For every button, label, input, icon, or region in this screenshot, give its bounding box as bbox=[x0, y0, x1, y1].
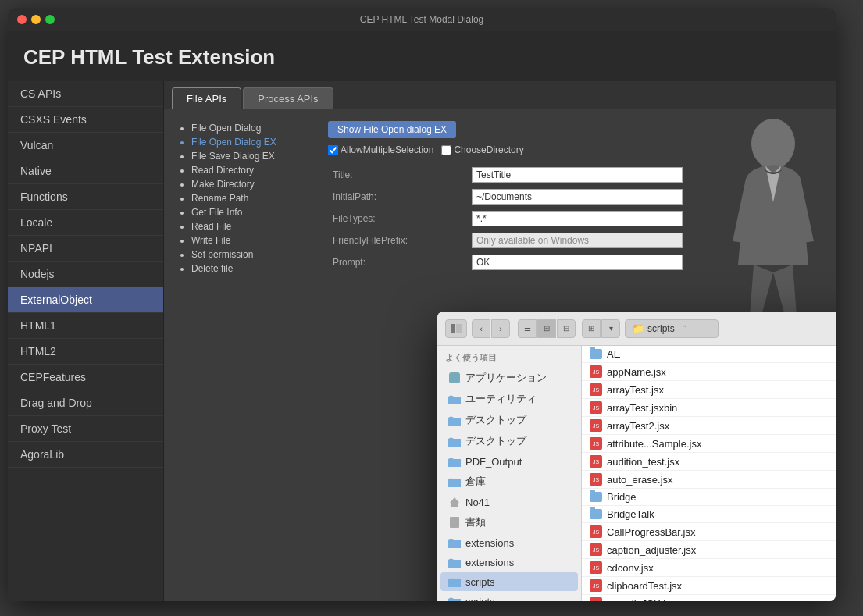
prompt-input[interactable] bbox=[472, 255, 683, 270]
sidebar-item-html2[interactable]: HTML2 bbox=[8, 339, 163, 365]
svg-marker-4 bbox=[450, 497, 459, 507]
sidebar-item-functions[interactable]: Functions bbox=[8, 184, 163, 210]
file-name: audition_test.jsx bbox=[607, 456, 679, 468]
path-selector[interactable]: 📁 scripts ⌃ bbox=[625, 319, 719, 338]
main-content: CS APIsCSXS EventsVulcanNativeFunctionsL… bbox=[8, 81, 836, 601]
file-api-item[interactable]: Rename Path bbox=[191, 191, 316, 205]
tab-process-apis[interactable]: Process APIs bbox=[243, 87, 333, 109]
jsx-icon: JS bbox=[590, 561, 602, 574]
dialog-sidebar-item[interactable]: extensions bbox=[440, 553, 578, 571]
choose-directory-checkbox[interactable] bbox=[441, 145, 451, 155]
file-entry[interactable]: JSaudition_test.jsx bbox=[582, 453, 836, 471]
sidebar-item-proxy-test[interactable]: Proxy Test bbox=[8, 416, 163, 442]
sidebar-item-html1[interactable]: HTML1 bbox=[8, 313, 163, 339]
sidebar-item-cs-apis[interactable]: CS APIs bbox=[8, 81, 163, 107]
file-api-item[interactable]: Read Directory bbox=[191, 163, 316, 177]
dialog-sidebar-item[interactable]: No41 bbox=[440, 493, 578, 511]
window-controls bbox=[17, 15, 55, 24]
file-entry[interactable]: JScaption_adjuster.jsx bbox=[582, 541, 836, 559]
dialog-sidebar-item[interactable]: ユーティリティ bbox=[440, 389, 578, 409]
show-dialog-button[interactable]: Show File Open dialog EX bbox=[328, 121, 456, 138]
jsx-icon: JS bbox=[590, 473, 602, 486]
dialog-sidebar-item[interactable]: scripts bbox=[440, 572, 578, 591]
sidebar-folder-icon bbox=[448, 595, 461, 601]
file-api-item[interactable]: File Open Dialog bbox=[191, 121, 316, 135]
dialog-sidebar-item[interactable]: 書類 bbox=[440, 512, 578, 532]
sidebar-item-agoralib[interactable]: AgoraLib bbox=[8, 442, 163, 468]
sidebar-item-label: extensions bbox=[465, 557, 514, 568]
file-api-item[interactable]: Make Directory bbox=[191, 177, 316, 191]
list-view-button[interactable]: ☰ bbox=[518, 319, 537, 338]
dialog-sidebar-item[interactable]: アプリケーション bbox=[440, 368, 578, 388]
sidebar-item-label: ユーティリティ bbox=[465, 392, 537, 406]
forward-button[interactable]: › bbox=[491, 319, 510, 338]
close-button[interactable] bbox=[17, 15, 27, 24]
file-entry[interactable]: JSclipboardTest.jsx bbox=[582, 577, 836, 595]
file-name: caption_adjuster.jsx bbox=[607, 544, 696, 556]
sidebar-folder-icon bbox=[448, 435, 461, 447]
sidebar-item-csxs-events[interactable]: CSXS Events bbox=[8, 107, 163, 133]
file-entry[interactable]: JSauto_erase.jsx bbox=[582, 471, 836, 489]
sidebar-item-drag-and-drop[interactable]: Drag and Drop bbox=[8, 390, 163, 416]
sidebar-item-label: scripts bbox=[465, 576, 495, 588]
icon-view-button[interactable]: ⊞ bbox=[537, 319, 556, 338]
sidebar-item-npapi[interactable]: NPAPI bbox=[8, 236, 163, 262]
sidebar-item-cepfeatures[interactable]: CEPFeatures bbox=[8, 365, 163, 390]
dialog-sidebar-item[interactable]: デスクトップ bbox=[440, 410, 578, 430]
figure-area bbox=[703, 109, 836, 319]
file-types-input[interactable] bbox=[472, 211, 683, 226]
allow-multiple-checkbox[interactable] bbox=[328, 145, 338, 155]
file-api-item[interactable]: Delete file bbox=[191, 262, 316, 276]
file-entry[interactable]: JSCallProgressBar.jsx bbox=[582, 523, 836, 541]
file-entry[interactable]: JSarrayTest.jsxbin bbox=[582, 399, 836, 417]
file-entry[interactable]: BridgeTalk› bbox=[582, 506, 836, 523]
grid-view-button[interactable]: ⊞ bbox=[582, 319, 601, 338]
sidebar-item-locale[interactable]: Locale bbox=[8, 210, 163, 236]
file-entry[interactable]: JScdconv.jsx bbox=[582, 559, 836, 577]
dialog-sidebar-item[interactable]: PDF_Output bbox=[440, 452, 578, 471]
sidebar-folder-icon bbox=[448, 455, 461, 468]
file-api-item[interactable]: Read File bbox=[191, 219, 316, 233]
sidebar-toggle-button[interactable] bbox=[445, 319, 467, 338]
dialog-sidebar-item[interactable]: extensions bbox=[440, 533, 578, 552]
file-entry[interactable]: JSappName.jsx bbox=[582, 363, 836, 381]
title-input[interactable] bbox=[472, 167, 683, 183]
column-view-button[interactable]: ⊟ bbox=[557, 319, 576, 338]
maximize-button[interactable] bbox=[45, 15, 55, 24]
dialog-sidebar-item[interactable]: 倉庫 bbox=[440, 472, 578, 492]
tab-file-apis[interactable]: File APIs bbox=[172, 87, 241, 109]
dialog-sidebar-item[interactable]: scripts bbox=[440, 592, 578, 601]
file-api-item[interactable]: Set permission bbox=[191, 247, 316, 262]
file-api-item[interactable]: Write File bbox=[191, 233, 316, 247]
file-entry[interactable]: JSarrayTest.jsx bbox=[582, 381, 836, 399]
dialog-sidebar-item[interactable]: デスクトップ bbox=[440, 431, 578, 451]
file-name: clipboardTest.jsx bbox=[607, 580, 682, 592]
file-entry[interactable]: Bridge› bbox=[582, 489, 836, 506]
svg-rect-3 bbox=[449, 372, 460, 383]
file-entry[interactable]: JSattribute...Sample.jsx bbox=[582, 435, 836, 453]
sidebar-item-externalobject[interactable]: ExternalObject bbox=[8, 287, 163, 313]
dialog-files: AE›JSappName.jsxJSarrayTest.jsxJSarrayTe… bbox=[582, 346, 836, 601]
minimize-button[interactable] bbox=[31, 15, 41, 24]
file-entry[interactable]: JScompileJSX.jsx bbox=[582, 595, 836, 601]
sidebar-item-nodejs[interactable]: Nodejs bbox=[8, 262, 163, 287]
file-name: arrayTest.jsx bbox=[607, 384, 664, 396]
friendly-prefix-input[interactable] bbox=[472, 233, 683, 248]
file-api-item[interactable]: Get File Info bbox=[191, 205, 316, 219]
sidebar-item-native[interactable]: Native bbox=[8, 158, 163, 184]
initial-path-input[interactable] bbox=[472, 189, 683, 205]
title-label: Title: bbox=[330, 165, 467, 185]
view-options-button[interactable]: ▾ bbox=[601, 319, 620, 338]
file-entry[interactable]: AE› bbox=[582, 346, 836, 363]
folder-icon bbox=[590, 509, 602, 519]
file-api-item[interactable]: File Open Dialog EX bbox=[191, 135, 316, 149]
sidebar-item-vulcan[interactable]: Vulcan bbox=[8, 133, 163, 158]
file-entry[interactable]: JSarrayTest2.jsx bbox=[582, 417, 836, 435]
jsx-icon: JS bbox=[590, 383, 602, 396]
jsx-icon: JS bbox=[590, 437, 602, 450]
more-view-buttons: ⊞ ▾ bbox=[582, 319, 620, 338]
file-api-item[interactable]: File Save Dialog EX bbox=[191, 149, 316, 163]
file-api-list: File Open DialogFile Open Dialog EXFile … bbox=[176, 121, 316, 276]
back-button[interactable]: ‹ bbox=[472, 319, 490, 338]
sidebar-item-label: デスクトップ bbox=[465, 434, 526, 448]
